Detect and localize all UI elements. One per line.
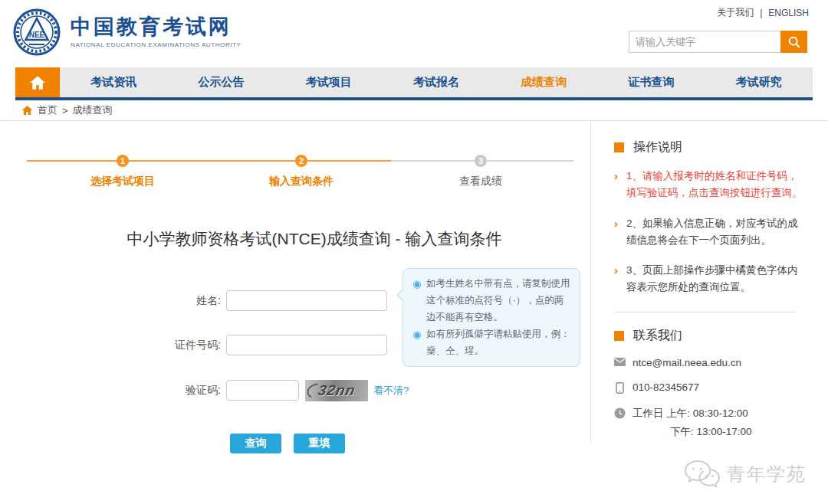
step-2-label: 输入查询条件 [248, 175, 355, 188]
sidebar: 操作说明 1、请输入报考时的姓名和证件号码，填写验证码，点击查询按钮进行查询。 … [590, 121, 813, 443]
query-button[interactable]: 查询 [230, 434, 281, 453]
instructions-header: 操作说明 [614, 139, 805, 155]
breadcrumb: 首页 > 成绩查询 [0, 100, 828, 121]
site-subtitle: NATIONAL EDUCATION EXAMINATIONS AUTHORIT… [71, 41, 242, 48]
step-3-label: 查看成绩 [427, 175, 534, 188]
nav-item-score-query[interactable]: 成绩查询 [490, 67, 597, 97]
search-box [629, 31, 807, 53]
site-title-block: 中国教育考试网 NATIONAL EDUCATION EXAMINATIONS … [71, 16, 242, 48]
name-input[interactable] [226, 290, 387, 311]
step-1-circle: 1 [117, 155, 129, 167]
header: NEE 中国教育考试网 NATIONAL EDUCATION EXAMINATI… [0, 0, 828, 67]
step-progress-line-done [27, 160, 391, 162]
breadcrumb-separator: > [62, 105, 68, 116]
contact-email-row: ntce@mail.neea.edu.cn [614, 357, 805, 368]
search-icon [787, 35, 801, 49]
nav-item-certificate-query[interactable]: 证书查询 [597, 67, 705, 97]
email-icon [614, 358, 626, 366]
nav-home-button[interactable] [15, 67, 60, 97]
svg-text:NEE: NEE [29, 31, 45, 39]
contact-email: ntce@mail.neea.edu.cn [632, 357, 741, 368]
contact-hours-line1: 工作日 上午: 08:30-12:00 [632, 407, 752, 421]
page: NEE 中国教育考试网 NATIONAL EDUCATION EXAMINATI… [0, 0, 828, 504]
clock-icon [614, 407, 626, 419]
instructions-title: 操作说明 [633, 139, 682, 155]
id-number-input[interactable] [226, 335, 387, 355]
name-label: 姓名: [15, 294, 221, 308]
captcha-input[interactable] [226, 380, 299, 401]
top-links: 关于我们 | ENGLISH [717, 6, 809, 19]
contact-phone-row: 010-82345677 [614, 381, 805, 394]
instructions-list: 1、请输入报考时的姓名和证件号码，填写验证码，点击查询按钮进行查询。 2、如果输… [614, 168, 805, 296]
nav-item-exam-news[interactable]: 考试资讯 [60, 67, 167, 97]
main-content: 1 2 3 选择考试项目 输入查询条件 查看成绩 中小学教师资格考试(NTCE)… [15, 121, 590, 489]
instruction-item-2: 2、如果输入信息正确，对应考试的成绩信息将会在下一个页面列出。 [614, 215, 805, 250]
captcha-image[interactable]: 32nn [305, 380, 368, 401]
search-input[interactable] [629, 31, 780, 53]
watermark-text: 青年学苑 [727, 462, 807, 486]
page-title: 中小学教师资格考试(NTCE)成绩查询 - 输入查询条件 [15, 228, 613, 250]
nav-item-exam-registration[interactable]: 考试报名 [383, 67, 490, 97]
site-logo[interactable]: NEE 中国教育考试网 NATIONAL EDUCATION EXAMINATI… [12, 8, 242, 57]
contact-title: 联系我们 [633, 328, 682, 344]
link-divider: | [760, 8, 762, 18]
breadcrumb-current: 成绩查询 [73, 103, 113, 117]
instruction-item-3: 3、页面上部操作步骤中橘黄色字体内容表示您所处的查询位置。 [614, 262, 805, 296]
nav-items: 考试资讯 公示公告 考试项目 考试报名 成绩查询 证书查询 考试研究 [60, 67, 813, 97]
square-bullet-icon [614, 142, 624, 152]
square-bullet-icon [614, 331, 624, 341]
step-1-label: 选择考试项目 [69, 175, 176, 188]
step-indicator: 1 2 3 选择考试项目 输入查询条件 查看成绩 [15, 152, 590, 201]
tooltip-tip-2: 如有所列孤僻字请粘贴使用，例：燊、仝、瑆。 [412, 326, 572, 360]
main-nav: 考试资讯 公示公告 考试项目 考试报名 成绩查询 证书查询 考试研究 [15, 67, 813, 100]
english-link[interactable]: ENGLISH [768, 8, 809, 18]
step-3-circle: 3 [475, 155, 487, 167]
contact-header: 联系我们 [614, 328, 805, 344]
contact-hours-line2: 下午: 13:00-17:00 [670, 425, 752, 439]
phone-icon [614, 382, 626, 394]
sidebar-divider [614, 312, 796, 313]
contact-hours-row: 工作日 上午: 08:30-12:00 下午: 13:00-17:00 [614, 407, 805, 439]
instruction-item-1: 1、请输入报考时的姓名和证件号码，填写验证码，点击查询按钮进行查询。 [614, 168, 805, 202]
nav-item-exam-programs[interactable]: 考试项目 [275, 67, 383, 97]
reset-button[interactable]: 重填 [294, 434, 345, 453]
captcha-label: 验证码: [15, 384, 221, 398]
id-number-label: 证件号码: [15, 339, 221, 352]
contact-hours: 工作日 上午: 08:30-12:00 下午: 13:00-17:00 [632, 407, 752, 439]
about-us-link[interactable]: 关于我们 [717, 6, 754, 19]
nav-item-exam-research[interactable]: 考试研究 [705, 67, 813, 97]
name-hint-tooltip: 如考生姓名中带有点，请复制使用这个标准的点符号（·），点的两边不能再有空格。 如… [402, 268, 580, 367]
contact-phone: 010-82345677 [632, 381, 699, 393]
home-icon [29, 75, 46, 90]
captcha-refresh-link[interactable]: 看不清? [373, 384, 409, 398]
nav-item-announcements[interactable]: 公示公告 [167, 67, 274, 97]
step-2-circle: 2 [295, 155, 307, 167]
watermark: 青年学苑 [682, 458, 807, 490]
neea-emblem-icon: NEE [12, 8, 61, 57]
breadcrumb-home-icon [21, 105, 33, 116]
tooltip-tip-1: 如考生姓名中带有点，请复制使用这个标准的点符号（·），点的两边不能再有空格。 [412, 276, 572, 326]
captcha-text: 32nn [317, 382, 356, 399]
search-button[interactable] [780, 31, 807, 53]
site-name: 中国教育考试网 [71, 16, 242, 39]
wechat-icon [682, 458, 722, 490]
breadcrumb-home-link[interactable]: 首页 [38, 103, 58, 117]
